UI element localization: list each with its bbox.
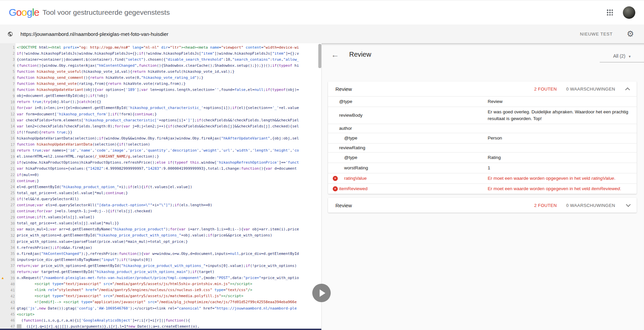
code-text: <script> — [17, 312, 321, 317]
code-line: 18return true;var names=['id','name','co… — [0, 148, 321, 154]
code-text: if(window.hikaProductOptions)hikaProduct… — [17, 160, 321, 165]
code-line: 31var main_mul=1;var arr=d.getElementsBy… — [0, 226, 321, 232]
code-line: 14var len2=(checkFields?checkFields.leng… — [0, 123, 321, 129]
code-text: <script type="text/javascript" src="/med… — [17, 294, 321, 298]
back-arrow-icon[interactable]: ← — [331, 50, 339, 59]
chevron-down-icon[interactable] — [626, 202, 631, 207]
errors-badge: 2 FOUTEN — [534, 87, 556, 92]
filter-label: All (2) — [613, 53, 626, 59]
code-line: 1<!DOCTYPE html><html prefix="og: http:/… — [0, 44, 321, 50]
code-text: var main_mul=1;var arr=d.getElementsByNa… — [17, 227, 321, 231]
line-number: 30 — [5, 221, 17, 225]
property-label: reviewBody — [328, 112, 488, 119]
code-text: var form=document['hikashop_product_form… — [17, 112, 321, 116]
property-value — [488, 147, 637, 149]
property-label: @type — [328, 135, 488, 142]
line-number: 13 — [5, 118, 17, 122]
code-line: 20if(window.hikaProductOptions)hikaProdu… — [0, 160, 321, 166]
code-text: (i[r].q=i[r].q||[]).push(arguments)},i[r… — [17, 324, 321, 329]
code-line: 41 <link rel="stylesheet" href="/media/g… — [0, 287, 321, 293]
code-line: 5function hikashop_vote_useful(hikashop_… — [0, 68, 321, 74]
code-panel[interactable]: 1<!DOCTYPE html><html prefix="og: http:/… — [0, 43, 321, 330]
results-panel: ← Review All (2)▾ Review2 FOUTEN0 WAARSC… — [321, 43, 644, 330]
code-text: if(!found){return true;}} — [17, 130, 321, 134]
error-icon: ✕ — [333, 176, 338, 181]
chevron-down-icon: ▾ — [629, 54, 631, 58]
filter-dropdown[interactable]: All (2)▾ — [600, 53, 644, 62]
line-number: 41 — [5, 288, 17, 292]
code-line: 40 <script type="text/javascript" src="/… — [0, 281, 321, 287]
line-number: 38 — [5, 270, 17, 274]
result-row: ✕ratingValueEr moet een waarde worden op… — [328, 173, 637, 183]
line-number: 46 — [5, 318, 17, 322]
line-number: 37 — [5, 264, 17, 268]
property-value: Person — [488, 134, 637, 142]
line-number: 10 — [5, 100, 17, 104]
property-label: @type — [328, 98, 488, 105]
line-number: 2 — [5, 51, 17, 55]
line-number: 15 — [5, 130, 17, 134]
code-text: var checkFields=form.elements['hikashop_… — [17, 118, 321, 122]
property-value: Er was goed overleg. Duidelijke afsprake… — [488, 108, 637, 123]
result-card: Review2 FOUTEN0 WAARSCHUWINGEN — [328, 198, 637, 213]
code-text: function hikashopUpdateVariant(obj){var … — [17, 88, 321, 92]
results-title: Review — [349, 51, 371, 58]
result-card-header[interactable]: Review2 FOUTEN0 WAARSCHUWINGEN — [328, 198, 637, 213]
code-line: 32price_with_options=d.getElementById("h… — [0, 232, 321, 238]
new-test-button[interactable]: NIEUWE TEST — [580, 32, 612, 37]
avatar[interactable] — [623, 6, 635, 19]
property-value: Review — [488, 98, 637, 106]
code-text: price_with_options=d.getElementById("hik… — [17, 233, 321, 237]
line-number: 23 — [5, 179, 17, 183]
code-line: 35o.fireAjax("hkContentChanged");},refre… — [0, 251, 321, 257]
code-line: 2if(!window.hikashopFieldsJs)window.hika… — [0, 50, 321, 56]
result-card-header[interactable]: Review2 FOUTEN0 WAARSCHUWINGEN — [328, 81, 637, 96]
line-number: 33 — [5, 239, 17, 243]
line-number: 47 — [5, 324, 17, 328]
line-number: 11 — [5, 106, 17, 110]
line-number: 34 — [5, 245, 17, 250]
code-text: function hikashopUpdateVariantData(selec… — [17, 142, 321, 147]
code-line: 22if(mul==0) — [0, 172, 321, 178]
property-label: author — [328, 125, 488, 132]
code-line: 34t.refreshPrice();if(o&&o.fireAjax) — [0, 244, 321, 251]
error-icon: ✕ — [333, 186, 338, 191]
result-row: reviewBodyEr was goed overleg. Duidelijk… — [328, 107, 637, 124]
app-title: Tool voor gestructureerde gegevenstests — [43, 8, 170, 16]
code-text: total_opt_price+=t.values[els[j].value]*… — [17, 221, 321, 225]
code-line: 17function hikashopUpdateVariantData(sel… — [0, 142, 321, 148]
code-line: 38return;var target=d.getElementById("hi… — [0, 269, 321, 275]
line-number: 39 — [5, 276, 17, 280]
line-number: 24 — [5, 185, 17, 189]
main-split: 1<!DOCTYPE html><html prefix="og: http:/… — [0, 43, 644, 330]
code-line: 21var hikaProductOptions={values:{"14282… — [0, 166, 321, 172]
code-line: 7function hikashop_send_vote(rating,from… — [0, 81, 321, 87]
line-number: 20 — [5, 161, 17, 165]
code-line: 37return;var price_with_options=d.getEle… — [0, 263, 321, 269]
code-line: 43 <![endif]--> <script type="applicatio… — [0, 299, 321, 305]
chevron-up-icon[interactable] — [625, 88, 630, 92]
code-text: continue;for(var j=els.length-1;j>=0;j--… — [17, 209, 321, 213]
scrollbar-thumb[interactable] — [318, 44, 321, 68]
code-text: if(!window.hikashopFieldsJs)window.hikas… — [17, 51, 321, 56]
property-label: ratingValue — [328, 175, 488, 182]
settings-gear-icon[interactable]: ⚙ — [627, 30, 634, 38]
code-line: 12var form=document['hikashop_product_fo… — [0, 111, 321, 117]
code-line: 27continue;var els=d.querySelectorAll("[… — [0, 202, 321, 208]
code-text: for(var i=0;i<len;i++){el=document.getEl… — [17, 106, 321, 110]
apps-grid-icon[interactable] — [607, 9, 613, 15]
play-button[interactable] — [312, 284, 331, 302]
line-number: 35 — [5, 252, 17, 256]
line-number: 45 — [5, 312, 17, 316]
line-number: 5 — [5, 69, 17, 73]
code-text: gtag('js',new Date());gtag('config','AW-… — [17, 306, 321, 311]
tested-url[interactable]: https://jouwnaambord.nl/naambord-plexigl… — [20, 31, 168, 37]
line-number: 8 — [5, 88, 17, 92]
result-row: author — [328, 124, 637, 133]
code-text: obj=document.getElementById(obj);if(!obj… — [17, 94, 321, 98]
code-text: <!DOCTYPE html><html prefix="og: http://… — [17, 45, 321, 50]
property-value: Rating — [488, 154, 637, 162]
warning-icon: ▲ — [0, 276, 5, 280]
line-number: 4 — [5, 63, 17, 67]
result-row: @typePerson — [328, 133, 637, 143]
